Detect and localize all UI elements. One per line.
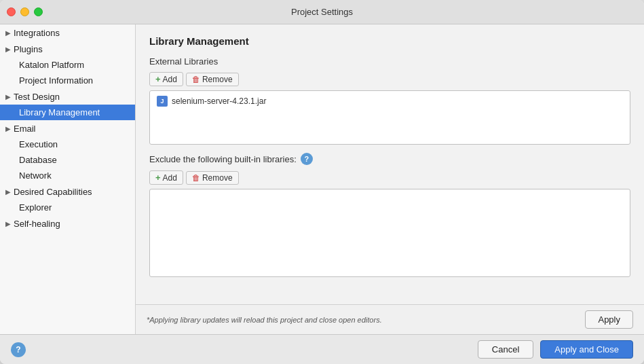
- minimize-button[interactable]: [20, 7, 29, 16]
- plus-icon: +: [155, 74, 161, 84]
- sidebar-item-label: Katalon Platform: [19, 60, 84, 70]
- main-panel: Library Management External Libraries + …: [136, 24, 644, 334]
- help-icon[interactable]: ?: [11, 342, 26, 357]
- external-toolbar: + Add 🗑 Remove: [149, 72, 630, 86]
- add-external-button[interactable]: + Add: [149, 72, 183, 86]
- maximize-button[interactable]: [34, 7, 43, 16]
- sidebar-item-label: Desired Capabilities: [14, 187, 92, 197]
- exclude-libraries-list: [149, 189, 630, 277]
- window-title: Project Settings: [291, 7, 353, 17]
- titlebar: Project Settings: [0, 0, 644, 24]
- sidebar-item-label: Explorer: [19, 202, 52, 213]
- sidebar-item-label: Integrations: [14, 28, 60, 38]
- exclude-label: Exclude the following built-in libraries…: [149, 154, 297, 164]
- sidebar-item-project-information[interactable]: Project Information: [0, 73, 135, 88]
- arrow-icon: ▶: [3, 123, 14, 134]
- main-content: Library Management External Libraries + …: [136, 24, 644, 304]
- trash-icon: 🗑: [192, 75, 200, 84]
- sidebar-item-library-management[interactable]: Library Management: [0, 105, 135, 120]
- sidebar-item-self-healing[interactable]: ▶ Self-healing: [0, 215, 135, 232]
- apply-close-button[interactable]: Apply and Close: [540, 340, 633, 359]
- sidebar: ▶ Integrations ▶ Plugins Katalon Platfor…: [0, 24, 136, 334]
- cancel-button[interactable]: Cancel: [478, 340, 533, 359]
- sidebar-item-explorer[interactable]: Explorer: [0, 200, 135, 215]
- sidebar-item-database[interactable]: Database: [0, 152, 135, 168]
- external-libraries-list: J selenium-server-4.23.1.jar: [149, 90, 630, 145]
- apply-button[interactable]: Apply: [585, 310, 633, 329]
- arrow-icon: ▶: [3, 186, 14, 197]
- remove-label: Remove: [202, 173, 233, 183]
- close-button[interactable]: [7, 7, 16, 16]
- list-item[interactable]: J selenium-server-4.23.1.jar: [153, 94, 627, 109]
- sidebar-item-label: Test Design: [14, 92, 60, 102]
- library-name: selenium-server-4.23.1.jar: [172, 96, 266, 106]
- external-libraries-label: External Libraries: [149, 56, 630, 67]
- project-settings-window: Project Settings ▶ Integrations ▶ Plugin…: [0, 0, 644, 364]
- sidebar-item-label: Project Information: [19, 75, 93, 86]
- sidebar-item-plugins[interactable]: ▶ Plugins: [0, 41, 135, 57]
- arrow-icon: ▶: [3, 218, 14, 229]
- help-icon[interactable]: ?: [301, 153, 313, 165]
- panel-title: Library Management: [149, 35, 630, 47]
- jar-icon: J: [157, 96, 168, 107]
- sidebar-item-katalon-platform[interactable]: Katalon Platform: [0, 57, 135, 73]
- plus-icon: +: [155, 172, 161, 183]
- trash-icon: 🗑: [192, 173, 200, 183]
- sidebar-item-email[interactable]: ▶ Email: [0, 120, 135, 136]
- remove-label: Remove: [202, 75, 233, 84]
- add-label: Add: [163, 173, 177, 183]
- arrow-icon: ▶: [3, 91, 14, 102]
- sidebar-item-desired-capabilities[interactable]: ▶ Desired Capabilities: [0, 183, 135, 200]
- sidebar-item-network[interactable]: Network: [0, 168, 135, 183]
- exclude-toolbar: + Add 🗑 Remove: [149, 170, 630, 185]
- window-controls: [7, 7, 43, 16]
- sidebar-item-label: Email: [14, 124, 36, 134]
- sidebar-item-integrations[interactable]: ▶ Integrations: [0, 24, 135, 41]
- exclude-row: Exclude the following built-in libraries…: [149, 153, 630, 165]
- sidebar-item-label: Execution: [19, 139, 58, 149]
- content-area: ▶ Integrations ▶ Plugins Katalon Platfor…: [0, 24, 644, 334]
- bottom-bar: ? Cancel Apply and Close: [0, 334, 644, 364]
- add-exclude-button[interactable]: + Add: [149, 170, 183, 185]
- remove-external-button[interactable]: 🗑 Remove: [186, 73, 239, 86]
- sidebar-item-label: Network: [19, 170, 52, 181]
- sidebar-item-execution[interactable]: Execution: [0, 136, 135, 152]
- sidebar-item-label: Library Management: [19, 107, 100, 117]
- arrow-icon: ▶: [3, 27, 14, 38]
- sidebar-item-label: Database: [19, 155, 57, 165]
- sidebar-item-label: Plugins: [14, 44, 43, 54]
- main-footer: *Applying library updates will reload th…: [136, 304, 644, 334]
- arrow-icon: ▶: [3, 43, 14, 54]
- add-label: Add: [163, 75, 177, 84]
- footer-note: *Applying library updates will reload th…: [147, 316, 585, 324]
- sidebar-item-test-design[interactable]: ▶ Test Design: [0, 88, 135, 105]
- sidebar-item-label: Self-healing: [14, 219, 60, 229]
- remove-exclude-button[interactable]: 🗑 Remove: [186, 171, 239, 185]
